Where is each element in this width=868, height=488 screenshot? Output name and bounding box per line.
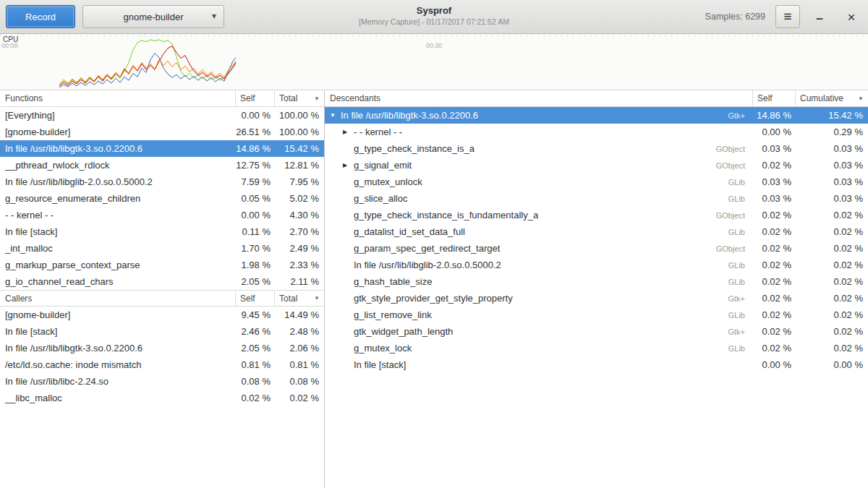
functions-row[interactable]: [Everything]0.00 %100.00 %	[0, 107, 324, 124]
column-header-self[interactable]: Self	[752, 90, 795, 106]
functions-row[interactable]: - - kernel - -0.00 %4.30 %	[0, 207, 324, 223]
functions-row[interactable]: [gnome-builder]26.51 %100.00 %	[0, 124, 324, 140]
column-header-total[interactable]: Total ▼	[274, 291, 324, 306]
descendants-row[interactable]: gtk_widget_path_lengthGtk+0.02 %0.02 %	[325, 323, 868, 340]
functions-row[interactable]: In file [stack]0.11 %2.70 %	[0, 223, 324, 240]
descendants-row[interactable]: g_mutex_unlockGLib0.03 %0.03 %	[325, 174, 868, 190]
column-header-self[interactable]: Self	[235, 291, 274, 306]
process-selector-dropdown[interactable]: gnome-builder ▾	[82, 5, 224, 28]
column-header-descendants[interactable]: Descendants	[325, 90, 752, 106]
functions-table-body: [Everything]0.00 %100.00 %[gnome-builder…	[0, 107, 324, 290]
window-title: Sysprof	[359, 5, 509, 17]
descendants-pane: Descendants Self Cumulative ▼ ▼In file /…	[325, 90, 868, 488]
column-header-callers[interactable]: Callers	[0, 291, 235, 306]
expander-collapsed-icon[interactable]: ▶	[343, 163, 354, 168]
function-name: g_signal_emit	[354, 160, 412, 171]
column-header-cumulative[interactable]: Cumulative ▼	[795, 90, 868, 106]
column-header-cumulative-label: Cumulative	[800, 93, 843, 103]
minimize-button[interactable]: –	[809, 6, 830, 27]
function-name-cell: In file /usr/lib/libgtk-3.so.0.2200.6	[0, 143, 235, 154]
functions-row[interactable]: _int_malloc1.70 %2.49 %	[0, 240, 324, 257]
function-name: In file /usr/lib/libgtk-3.so.0.2200.6	[5, 143, 142, 154]
cpu-graph[interactable]: CPU 00:00 00:30	[0, 34, 868, 90]
expander-collapsed-icon[interactable]: ▶	[343, 129, 354, 135]
cumulative-percent: 0.03 %	[795, 143, 868, 154]
callers-row[interactable]: In file /usr/lib/libgtk-3.so.0.2200.62.0…	[0, 340, 324, 356]
self-percent: 0.03 %	[752, 176, 795, 187]
cumulative-percent: 15.42 %	[795, 110, 868, 121]
total-percent: 7.95 %	[274, 176, 324, 187]
column-header-total[interactable]: Total ▼	[274, 90, 324, 106]
functions-row[interactable]: g_resource_enumerate_children0.05 %5.02 …	[0, 190, 324, 207]
self-percent: 9.45 %	[235, 309, 274, 320]
function-name-cell: g_markup_parse_context_parse	[0, 260, 235, 270]
functions-row[interactable]: In file /usr/lib/libgtk-3.so.0.2200.614.…	[0, 140, 324, 157]
callers-row[interactable]: In file [stack]2.46 %2.48 %	[0, 323, 324, 340]
function-name: In file /usr/lib/libglib-2.0.so.0.5000.2	[354, 260, 501, 270]
sort-indicator-icon: ▼	[314, 295, 320, 301]
descendants-row[interactable]: g_list_remove_linkGLib0.02 %0.02 %	[325, 307, 868, 323]
functions-row[interactable]: g_markup_parse_context_parse1.98 %2.33 %	[0, 257, 324, 273]
descendants-row[interactable]: g_slice_allocGLib0.03 %0.03 %	[325, 190, 868, 207]
callers-table-header: Callers Self Total ▼	[0, 290, 324, 307]
function-name: g_mutex_unlock	[354, 176, 422, 187]
function-name: g_slice_alloc	[354, 193, 407, 204]
function-name-cell: g_mutex_lockGLib	[325, 343, 752, 354]
descendants-row[interactable]: In file /usr/lib/libglib-2.0.so.0.5000.2…	[325, 257, 868, 273]
descendants-row[interactable]: ▶g_signal_emitGObject0.02 %0.03 %	[325, 157, 868, 174]
descendants-row[interactable]: g_param_spec_get_redirect_targetGObject0…	[325, 240, 868, 257]
cumulative-percent: 0.02 %	[795, 210, 868, 221]
function-name: In file [stack]	[5, 326, 57, 337]
self-percent: 2.46 %	[235, 326, 274, 337]
function-name: g_type_check_instance_is_a	[354, 143, 475, 154]
function-name: In file /usr/lib/libgtk-3.so.0.2200.6	[341, 110, 478, 121]
functions-row[interactable]: In file /usr/lib/libglib-2.0.so.0.5000.2…	[0, 174, 324, 190]
function-name: gtk_widget_path_length	[354, 326, 453, 337]
callers-row[interactable]: __libc_malloc0.02 %0.02 %	[0, 390, 324, 406]
self-percent: 0.03 %	[752, 193, 795, 204]
header-bar: Record gnome-builder ▾ Sysprof [Memory C…	[0, 0, 868, 34]
descendants-row[interactable]: g_datalist_id_set_data_fullGLib0.02 %0.0…	[325, 223, 868, 240]
close-button[interactable]: ×	[841, 6, 862, 27]
cumulative-percent: 0.02 %	[795, 260, 868, 270]
callers-row[interactable]: In file /usr/lib/libc-2.24.so0.08 %0.08 …	[0, 373, 324, 390]
function-name: __pthread_rwlock_rdlock	[5, 160, 110, 171]
descendants-table-header: Descendants Self Cumulative ▼	[325, 90, 868, 107]
function-name: In file /usr/lib/libc-2.24.so	[5, 376, 109, 387]
cpu-usage-chart	[0, 34, 868, 90]
function-name-cell: g_io_channel_read_chars	[0, 276, 235, 287]
self-percent: 7.59 %	[235, 176, 274, 187]
descendants-row[interactable]: ▶- - kernel - -0.00 %0.29 %	[325, 124, 868, 140]
self-percent: 0.02 %	[752, 326, 795, 337]
self-percent: 0.02 %	[752, 160, 795, 171]
self-percent: 14.86 %	[235, 143, 274, 154]
function-name-cell: g_datalist_id_set_data_fullGLib	[325, 226, 752, 237]
self-percent: 0.02 %	[752, 243, 795, 254]
callers-row[interactable]: /etc/ld.so.cache: inode mismatch0.81 %0.…	[0, 356, 324, 373]
function-name-cell: In file [stack]	[0, 326, 235, 337]
function-name-cell: In file /usr/lib/libgtk-3.so.0.2200.6	[0, 343, 235, 354]
self-percent: 2.05 %	[235, 276, 274, 287]
self-percent: 14.86 %	[752, 110, 795, 121]
function-name-cell: In file /usr/lib/libglib-2.0.so.0.5000.2…	[325, 260, 752, 270]
descendants-row[interactable]: g_type_check_instance_is_aGObject0.03 %0…	[325, 140, 868, 157]
cumulative-percent: 0.02 %	[795, 309, 868, 320]
menu-button[interactable]: ≡	[775, 5, 800, 28]
function-name: gtk_style_provider_get_style_property	[354, 293, 513, 304]
function-name-cell: g_hash_table_sizeGLib	[325, 276, 752, 287]
descendants-row[interactable]: In file [stack]0.00 %0.00 %	[325, 356, 868, 373]
column-header-self[interactable]: Self	[235, 90, 274, 106]
descendants-row[interactable]: g_mutex_lockGLib0.02 %0.02 %	[325, 340, 868, 356]
column-header-functions[interactable]: Functions	[0, 90, 235, 106]
descendants-row[interactable]: g_hash_table_sizeGLib0.02 %0.02 %	[325, 273, 868, 290]
functions-row[interactable]: g_io_channel_read_chars2.05 %2.11 %	[0, 273, 324, 290]
descendants-row[interactable]: ▼In file /usr/lib/libgtk-3.so.0.2200.6Gt…	[325, 107, 868, 124]
callers-row[interactable]: [gnome-builder]9.45 %14.49 %	[0, 307, 324, 323]
descendants-row[interactable]: gtk_style_provider_get_style_propertyGtk…	[325, 290, 868, 307]
functions-row[interactable]: __pthread_rwlock_rdlock12.75 %12.81 %	[0, 157, 324, 174]
descendants-row[interactable]: g_type_check_instance_is_fundamentally_a…	[325, 207, 868, 223]
library-tag: GLib	[723, 178, 752, 187]
function-name: [gnome-builder]	[5, 127, 70, 137]
record-button[interactable]: Record	[6, 5, 75, 28]
expander-expanded-icon[interactable]: ▼	[330, 113, 341, 119]
